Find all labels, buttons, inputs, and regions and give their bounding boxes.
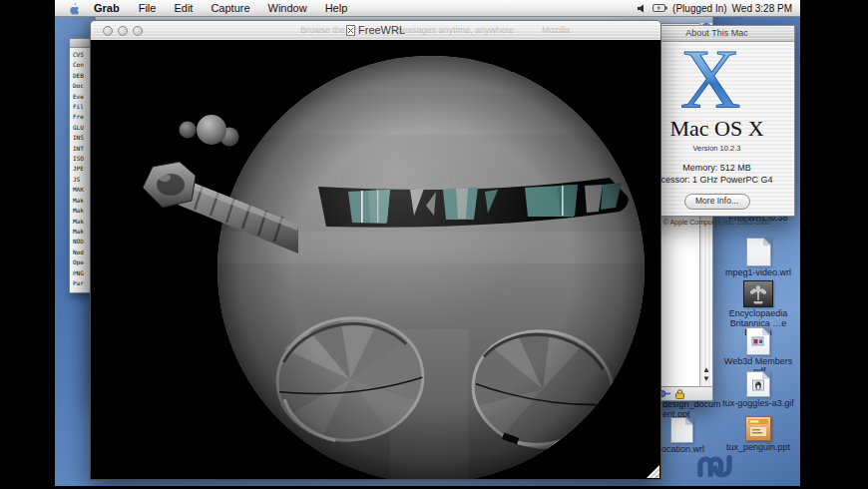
volume-icon[interactable] [638, 4, 648, 13]
desktop-screen: Grab File Edit Capture Window Help (Plug… [55, 0, 800, 486]
wrl-document-icon [746, 238, 771, 266]
macupdate-watermark-logo [695, 451, 733, 483]
desktop-icon-tux-penguin-ppt[interactable]: tux_penguin.ppt [716, 416, 800, 453]
menu-bar: Grab File Edit Capture Window Help (Plug… [55, 0, 800, 17]
gif-image-icon [746, 371, 770, 397]
spacecraft-sphere [211, 55, 659, 479]
copyright-text: © Apple Computer, Inc. 1983-2002 [640, 219, 794, 226]
menu-app-grab[interactable]: Grab [84, 0, 130, 16]
desktop-icon-mpeg1-video[interactable]: mpeg1-video.wrl [720, 238, 796, 278]
screenshot-root: { "menu_bar": { "app_name": "Grab", "men… [0, 0, 868, 489]
menu-bar-clock[interactable]: Wed 3:28 PM [732, 3, 792, 14]
freewrl-window: Browse the W messages anytime, anywhere … [90, 20, 661, 480]
encyclopaedia-app-icon [743, 280, 773, 307]
icon-label: mpeg1-video.wrl [720, 268, 796, 278]
about-window-title-bar[interactable]: About This Mac [640, 26, 794, 42]
menu-help[interactable]: Help [316, 0, 357, 16]
freewrl-title-bar[interactable]: Browse the W messages anytime, anywhere … [90, 20, 661, 42]
pdf-document-icon [746, 327, 770, 355]
menu-edit[interactable]: Edit [165, 0, 202, 16]
menu-window[interactable]: Window [259, 0, 316, 16]
vrml-scene [91, 40, 660, 479]
about-this-mac-window: About This Mac X Mac OS X Version 10.2.3… [639, 25, 795, 217]
scroll-down-icon[interactable]: ▼ [702, 374, 710, 383]
desktop-icon-tux-goggles[interactable]: tux-goggles-a3.gif [716, 371, 800, 409]
icon-label: tux-goggles-a3.gif [716, 399, 800, 409]
freewrl-3d-viewport[interactable] [90, 40, 661, 480]
battery-status-label: (Plugged In) [672, 3, 726, 14]
apple-logo-icon [69, 2, 80, 15]
menu-capture[interactable]: Capture [202, 0, 258, 16]
battery-icon[interactable] [652, 4, 667, 12]
document-icon [346, 25, 355, 36]
antenna-spheres [180, 115, 239, 147]
mac-os-x-logo: X [640, 42, 794, 122]
apple-menu[interactable] [69, 2, 80, 15]
ppt-document-icon [745, 416, 771, 441]
memory-spec: Memory: 512 MB [640, 163, 794, 173]
menu-file[interactable]: File [130, 0, 166, 16]
svg-text:X: X [679, 42, 740, 118]
wrl-document-icon [670, 417, 693, 443]
lock-icon [674, 389, 685, 399]
scroll-up-icon[interactable]: ▲ [702, 365, 710, 374]
os-version: Version 10.2.3 [640, 144, 794, 153]
more-info-button[interactable]: More Info... [684, 194, 750, 210]
desktop-icon-web3d-pdf[interactable]: Web3d Members .pdf [716, 327, 800, 376]
desktop-icon-location-wrl[interactable]: ocation.wrl [670, 417, 704, 455]
scrollbar-arrows[interactable]: ▲ ▼ [700, 361, 712, 387]
window-title: FreeWRL [91, 24, 660, 36]
